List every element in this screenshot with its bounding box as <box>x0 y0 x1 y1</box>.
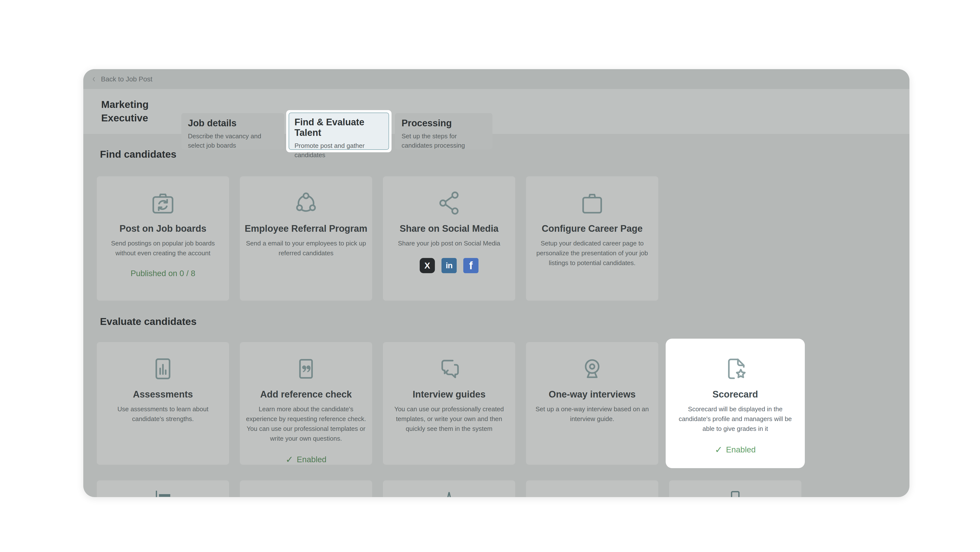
facebook-icon[interactable]: f <box>463 258 479 273</box>
card-one-way-interviews[interactable]: One-way interviewsSet up a one-way inter… <box>526 342 658 465</box>
briefcase-sync-icon <box>148 188 177 217</box>
back-to-job-post-link[interactable]: Back to Job Post <box>91 75 153 83</box>
card-title: Interview guides <box>412 389 485 400</box>
status-label: Published on 0 / 8 <box>130 269 195 278</box>
bar-chart-icon <box>148 354 177 383</box>
status-published-on-0-8: Published on 0 / 8 <box>130 269 195 278</box>
webcam-icon <box>578 354 607 383</box>
chevron-left-icon <box>91 75 97 83</box>
icon-fragment <box>152 490 174 497</box>
quote-icon <box>291 354 320 383</box>
card-title: One-way interviews <box>549 389 636 400</box>
status-enabled: ✓Enabled <box>286 454 326 465</box>
section-heading-evaluate-candidates: Evaluate candidates <box>100 316 196 327</box>
card-post-on-job-boards[interactable]: Post on Job boardsSend postings on popul… <box>97 176 229 301</box>
briefcase-icon <box>578 188 607 217</box>
scorecard-icon <box>721 354 750 383</box>
check-icon: ✓ <box>286 454 294 465</box>
status-label: Enabled <box>726 445 756 455</box>
share-icon <box>434 188 463 217</box>
card-description: Scorecard will be displayed in the candi… <box>674 404 797 434</box>
card-scorecard[interactable]: ScorecardScorecard will be displayed in … <box>669 342 802 465</box>
card-add-reference-check[interactable]: Add reference checkLearn more about the … <box>240 342 372 465</box>
chat-bubbles-icon <box>434 354 463 383</box>
check-icon: ✓ <box>715 444 723 455</box>
partial-card-row <box>97 480 802 497</box>
linkedin-icon[interactable]: in <box>441 258 457 273</box>
people-network-icon <box>291 188 320 217</box>
card-description: Set up a one-way interview based on an i… <box>531 404 654 424</box>
partial-card[interactable] <box>383 480 515 497</box>
card-configure-career-page[interactable]: Configure Career PageSetup your dedicate… <box>526 176 658 301</box>
card-title: Share on Social Media <box>399 223 498 234</box>
partial-card[interactable] <box>526 480 658 497</box>
panel-header: Back to Job Post <box>83 69 910 89</box>
card-description: Send postings on popular job boards with… <box>102 238 224 258</box>
card-share-on-social-media[interactable]: Share on Social MediaShare your job post… <box>383 176 515 301</box>
card-description: Use assessments to learn about candidate… <box>102 404 224 424</box>
card-title: Scorecard <box>713 389 758 400</box>
status-label: Enabled <box>297 455 326 464</box>
partial-card[interactable] <box>669 480 802 497</box>
card-title: Employee Referral Program <box>245 223 368 234</box>
job-title: Marketing Executive <box>101 98 185 125</box>
card-assessments[interactable]: AssessmentsUse assessments to learn abou… <box>97 342 229 465</box>
social-icons-row: Xinf <box>420 258 479 273</box>
card-description: You can use our professionally created t… <box>388 404 511 434</box>
section-heading-find-candidates: Find candidates <box>100 148 177 160</box>
card-title: Add reference check <box>260 389 352 400</box>
card-description: Send a email to your employees to pick u… <box>245 238 368 258</box>
page: Back to Job Post Marketing Executive Job… <box>0 0 980 552</box>
job-post-setup-panel: Back to Job Post Marketing Executive Job… <box>83 69 910 497</box>
card-title: Post on Job boards <box>119 223 207 234</box>
icon-fragment <box>438 490 460 497</box>
icon-fragment <box>724 490 746 497</box>
card-title: Assessments <box>133 389 193 400</box>
tab-bar: Marketing Executive Job details Describe… <box>83 89 910 134</box>
evaluate-candidates-row: AssessmentsUse assessments to learn abou… <box>97 342 802 465</box>
back-link-label: Back to Job Post <box>101 75 153 83</box>
partial-card[interactable] <box>240 480 372 497</box>
content-area: Find candidates Post on Job boardsSend p… <box>83 134 910 497</box>
card-interview-guides[interactable]: Interview guidesYou can use our professi… <box>383 342 515 465</box>
card-description: Share your job post on Social Media <box>398 238 500 248</box>
find-candidates-row: Post on Job boardsSend postings on popul… <box>97 176 658 301</box>
card-employee-referral-program[interactable]: Employee Referral ProgramSend a email to… <box>240 176 372 301</box>
card-description: Setup your dedicated career page to pers… <box>531 238 654 268</box>
partial-card[interactable] <box>97 480 229 497</box>
card-title: Configure Career Page <box>542 223 643 234</box>
status-enabled: ✓Enabled <box>715 444 756 455</box>
x-icon[interactable]: X <box>420 258 435 273</box>
tab-title: Job details <box>188 118 278 129</box>
tab-title: Processing <box>402 118 486 129</box>
card-description: Learn more about the candidate's experie… <box>245 404 368 444</box>
